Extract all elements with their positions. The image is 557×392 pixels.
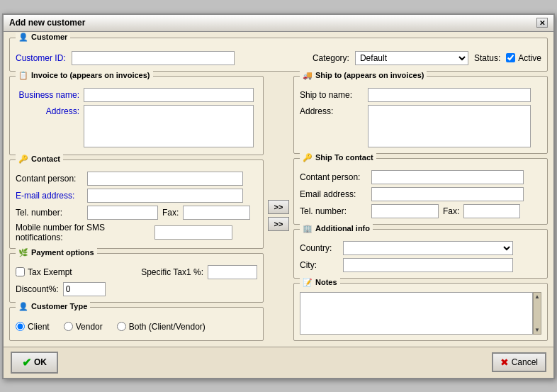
- status-label: Status:: [474, 53, 500, 63]
- ok-check-icon: ✔: [22, 356, 31, 369]
- both-radio[interactable]: [117, 322, 126, 331]
- city-input[interactable]: [343, 258, 513, 272]
- notes-legend: 📝 Notes: [300, 278, 340, 287]
- active-label: Active: [518, 53, 541, 63]
- ship-group: 🚚 Ship to (appears on invoices) Ship to …: [293, 76, 548, 154]
- additional-legend: 🏢 Additional info: [300, 224, 373, 233]
- tel-input[interactable]: [87, 206, 158, 220]
- dialog-body: 👤 Customer Customer ID: Category: Defaul…: [4, 32, 553, 347]
- contact-icon: 🔑: [18, 155, 28, 164]
- mobile-label: Mobile number for SMS notifications:: [16, 223, 150, 242]
- client-radio-label[interactable]: Client: [16, 322, 50, 332]
- copy-buttons: >> >>: [268, 76, 289, 341]
- ship-name-label: Ship to name:: [300, 90, 364, 100]
- ship-email-input[interactable]: [371, 187, 524, 201]
- invoice-icon: 📋: [18, 71, 28, 80]
- city-row: City:: [300, 258, 541, 272]
- ship-address-label: Address:: [300, 105, 364, 116]
- add-customer-dialog: Add new customer ✕ 👤 Customer Customer I…: [2, 13, 555, 379]
- invoice-group: 📋 Invoice to (appears on invoices) Busin…: [9, 76, 264, 155]
- tax-exempt-row[interactable]: Tax Exempt: [16, 267, 72, 277]
- business-name-input[interactable]: [84, 88, 254, 102]
- invoice-address-row: Address:: [16, 105, 257, 147]
- invoice-address-input[interactable]: [84, 105, 254, 147]
- contact-person-label: Contant person:: [16, 174, 83, 184]
- mobile-input[interactable]: [154, 225, 232, 240]
- ship-contact-person-row: Contant person:: [300, 170, 541, 184]
- customer-type-radio-group: Client Vendor Both (Client/Vendor): [16, 316, 257, 335]
- category-select[interactable]: Default: [355, 51, 468, 65]
- category-label: Category:: [313, 53, 349, 63]
- active-checkbox[interactable]: [506, 53, 515, 62]
- vendor-radio[interactable]: [64, 322, 73, 331]
- ship-email-row: Email address:: [300, 187, 541, 201]
- business-name-label: Business name:: [16, 90, 79, 100]
- both-radio-label[interactable]: Both (Client/Vendor): [117, 322, 206, 332]
- close-button[interactable]: ✕: [536, 18, 548, 28]
- payment-legend: 🌿 Payment options: [16, 248, 97, 257]
- fax-input[interactable]: [183, 206, 250, 220]
- discount-input[interactable]: [63, 282, 106, 296]
- customer-id-label: Customer ID:: [16, 53, 66, 63]
- additional-group: 🏢 Additional info Country: City:: [293, 229, 548, 279]
- ship-contact-person-input[interactable]: [371, 170, 524, 184]
- contact-legend: 🔑 Contact: [16, 155, 63, 164]
- copy-contact-btn[interactable]: >>: [268, 217, 289, 231]
- payment-group: 🌿 Payment options Tax Exempt Specific Ta…: [9, 253, 264, 303]
- country-label: Country:: [300, 243, 339, 253]
- ship-contact-legend: 🔑 Ship To contact: [300, 153, 376, 162]
- dialog-title: Add new customer: [9, 18, 85, 28]
- email-label: E-mail address:: [16, 191, 83, 201]
- ship-name-row: Ship to name:: [300, 88, 541, 102]
- ship-tel-label: Tel. number:: [300, 206, 367, 216]
- email-row: E-mail address:: [16, 189, 257, 203]
- email-input[interactable]: [87, 189, 243, 203]
- ship-tel-input[interactable]: [371, 204, 439, 218]
- tax-exempt-checkbox[interactable]: [16, 267, 25, 276]
- notes-input[interactable]: [300, 292, 533, 335]
- client-radio[interactable]: [16, 322, 25, 331]
- notes-scrollbar[interactable]: ▲ ▼: [533, 292, 541, 335]
- ship-address-row: Address:: [300, 105, 541, 147]
- notes-group: 📝 Notes ▲ ▼: [293, 283, 548, 341]
- ship-address-input[interactable]: [368, 105, 531, 147]
- both-label: Both (Client/Vendor): [129, 322, 206, 332]
- active-checkbox-row[interactable]: Active: [506, 53, 541, 63]
- vendor-radio-label[interactable]: Vendor: [64, 322, 103, 332]
- ship-tel-row: Tel. number: Fax:: [300, 204, 541, 218]
- discount-row: Discount%:: [16, 282, 257, 296]
- ok-button[interactable]: ✔ OK: [11, 352, 58, 374]
- contact-person-input[interactable]: [87, 172, 243, 186]
- tax-row: Tax Exempt Specific Tax1 %:: [16, 265, 257, 279]
- contact-person-row: Contant person:: [16, 172, 257, 186]
- customer-type-legend: 👤 Customer Type: [16, 302, 90, 311]
- customer-top-row: Customer ID: Category: Default Status: A…: [16, 45, 541, 65]
- copy-invoice-btn[interactable]: >>: [268, 200, 289, 214]
- scroll-up-arrow[interactable]: ▲: [534, 293, 541, 301]
- payment-icon: 🌿: [18, 248, 28, 257]
- ship-contact-person-label: Contant person:: [300, 172, 367, 182]
- country-select[interactable]: [343, 241, 513, 255]
- ship-contact-group: 🔑 Ship To contact Contant person: Email …: [293, 158, 548, 225]
- specific-tax-input[interactable]: [208, 265, 257, 279]
- contact-group: 🔑 Contact Contant person: E-mail address…: [9, 159, 264, 249]
- cancel-button[interactable]: ✖ Cancel: [492, 352, 546, 372]
- ok-label: OK: [34, 357, 47, 367]
- customer-type-icon: 👤: [18, 302, 28, 311]
- ship-fax-label: Fax:: [443, 206, 459, 216]
- customer-group-legend: 👤 Customer: [16, 33, 70, 42]
- ship-name-input[interactable]: [368, 88, 531, 102]
- customer-id-input[interactable]: [72, 51, 235, 65]
- invoice-address-label: Address:: [16, 105, 79, 116]
- ship-legend: 🚚 Ship to (appears on invoices): [300, 71, 427, 80]
- country-row: Country:: [300, 241, 541, 255]
- title-bar: Add new customer ✕: [4, 15, 553, 32]
- scroll-down-arrow[interactable]: ▼: [534, 326, 541, 334]
- business-name-row: Business name:: [16, 88, 257, 102]
- ship-fax-input[interactable]: [463, 204, 520, 218]
- ship-contact-icon: 🔑: [303, 153, 313, 162]
- customer-icon: 👤: [18, 33, 28, 42]
- customer-type-group: 👤 Customer Type Client Vendor: [9, 307, 264, 341]
- ship-email-label: Email address:: [300, 189, 367, 199]
- ship-icon: 🚚: [303, 71, 313, 80]
